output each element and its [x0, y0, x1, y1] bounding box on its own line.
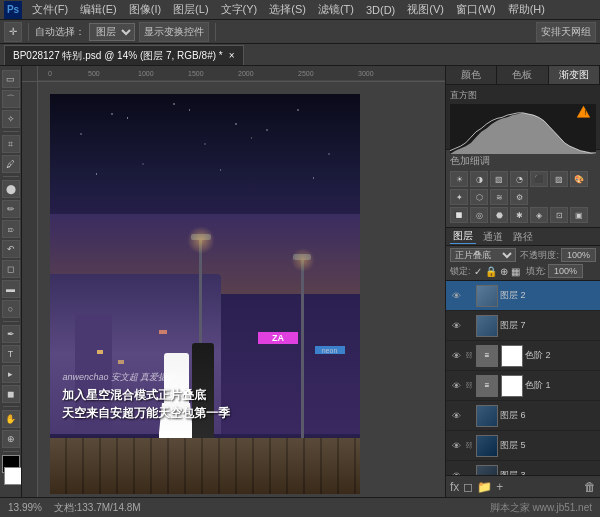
- adj-r4[interactable]: ✱: [510, 207, 528, 223]
- document-tab[interactable]: BP028127 特别.psd @ 14% (图层 7, RGB/8#) * ×: [4, 45, 244, 65]
- menu-view[interactable]: 视图(V): [405, 2, 446, 17]
- layer-item-colorlevel2[interactable]: 👁 ⛓ ≡ 色阶 2: [446, 341, 600, 371]
- adj-colorbalance[interactable]: ✦: [450, 189, 468, 205]
- layer-item-2[interactable]: 👁 图层 2: [446, 281, 600, 311]
- stamp-tool[interactable]: ⎄: [2, 220, 20, 238]
- dodge-tool[interactable]: ○: [2, 300, 20, 318]
- fill-input[interactable]: [548, 264, 583, 278]
- vertical-ruler: [22, 82, 38, 497]
- menu-select[interactable]: 选择(S): [267, 2, 308, 17]
- menu-help[interactable]: 帮助(H): [506, 2, 547, 17]
- layer-eye-7[interactable]: 👁: [450, 320, 462, 332]
- layers-tab-layers[interactable]: 图层: [450, 229, 476, 244]
- lock-art-btn[interactable]: ▦: [511, 266, 520, 277]
- layer-chain-cl1[interactable]: ⛓: [464, 380, 474, 392]
- adj-vibrance[interactable]: ▨: [550, 171, 568, 187]
- adj-r5[interactable]: ◈: [530, 207, 548, 223]
- add-mask-btn[interactable]: ◻: [463, 480, 473, 494]
- tab-swatches[interactable]: 色板: [497, 66, 548, 84]
- eyedropper-tool[interactable]: 🖊: [2, 155, 20, 173]
- canvas-area[interactable]: 0 500 1000 1500 2000 2500 3000: [22, 66, 445, 497]
- layer-eye-6[interactable]: 👁: [450, 410, 462, 422]
- layer-name-2: 图层 2: [500, 289, 594, 302]
- layers-tab-paths[interactable]: 路径: [510, 230, 536, 244]
- layer-chain-2: [464, 290, 474, 302]
- lasso-tool[interactable]: ⌒: [2, 90, 20, 108]
- heal-tool[interactable]: ⬤: [2, 180, 20, 198]
- delete-layer-btn[interactable]: 🗑: [584, 480, 596, 494]
- hand-tool[interactable]: ✋: [2, 410, 20, 428]
- new-group-btn[interactable]: 📁: [477, 480, 492, 494]
- window2: [118, 360, 124, 364]
- layer-eye-cl1[interactable]: 👁: [450, 380, 462, 392]
- adj-r3[interactable]: ⬣: [490, 207, 508, 223]
- layer-eye-cl2[interactable]: 👁: [450, 350, 462, 362]
- blend-mode-dropdown[interactable]: 正片叠底: [450, 248, 516, 262]
- layer-item-6[interactable]: 👁 图层 6: [446, 401, 600, 431]
- layers-controls: 正片叠底 不透明度: 锁定: ✓ 🔒 ⊕ ▦ 填充:: [446, 246, 600, 281]
- zoom-tool[interactable]: ⊕: [2, 430, 20, 448]
- gradient-tool[interactable]: ▬: [2, 280, 20, 298]
- menu-edit[interactable]: 编辑(E): [78, 2, 119, 17]
- adj-levels[interactable]: ▧: [490, 171, 508, 187]
- move-tool[interactable]: ✛: [4, 22, 22, 42]
- auto-select-dropdown[interactable]: 图层: [89, 23, 135, 41]
- path-select-tool[interactable]: ▸: [2, 365, 20, 383]
- opacity-input[interactable]: [561, 248, 596, 262]
- adj-gradient-map[interactable]: ≋: [490, 189, 508, 205]
- background-color[interactable]: [4, 467, 22, 485]
- adj-contrast[interactable]: ◑: [470, 171, 488, 187]
- layer-item-5[interactable]: 👁 ⛓ 图层 5: [446, 431, 600, 461]
- layer-eye-2[interactable]: 👁: [450, 290, 462, 302]
- add-style-btn[interactable]: fx: [450, 480, 459, 494]
- new-layer-btn[interactable]: +: [496, 480, 503, 494]
- layer-eye-5[interactable]: 👁: [450, 440, 462, 452]
- tab-gradient[interactable]: 渐变图: [549, 66, 600, 84]
- layer-chain-5[interactable]: ⛓: [464, 440, 474, 452]
- select-tool[interactable]: ▭: [2, 70, 20, 88]
- layer-thumb-cl2: ≡: [476, 345, 498, 367]
- magic-wand-tool[interactable]: ✧: [2, 110, 20, 128]
- pen-tool[interactable]: ✒: [2, 325, 20, 343]
- lock-pixels-btn[interactable]: ✓: [474, 266, 482, 277]
- arrange-group-btn[interactable]: 安排天网组: [536, 22, 596, 42]
- crop-tool[interactable]: ⌗: [2, 135, 20, 153]
- adj-hsl[interactable]: 🎨: [570, 171, 588, 187]
- menu-layer[interactable]: 图层(L): [171, 2, 210, 17]
- adj-r2[interactable]: ◎: [470, 207, 488, 223]
- eraser-tool[interactable]: ◻: [2, 260, 20, 278]
- sign-blue: neon: [315, 346, 345, 354]
- tab-color[interactable]: 颜色: [446, 66, 497, 84]
- layer-item-3[interactable]: 👁 图层 3: [446, 461, 600, 475]
- adjustment-icons-row2: 🔲 ◎ ⬣ ✱ ◈ ⊡ ▣: [450, 207, 596, 223]
- lock-all-btn[interactable]: ⊕: [500, 266, 508, 277]
- layer-chain-cl2[interactable]: ⛓: [464, 350, 474, 362]
- lock-pos-btn[interactable]: 🔒: [485, 266, 497, 277]
- adj-r6[interactable]: ⊡: [550, 207, 568, 223]
- menu-window[interactable]: 窗口(W): [454, 2, 498, 17]
- tab-close[interactable]: ×: [229, 50, 235, 61]
- adj-photo-filter[interactable]: ⬡: [470, 189, 488, 205]
- layers-tab-channels[interactable]: 通道: [480, 230, 506, 244]
- history-brush[interactable]: ↶: [2, 240, 20, 258]
- adj-curves[interactable]: ◔: [510, 171, 528, 187]
- adj-r1[interactable]: 🔲: [450, 207, 468, 223]
- show-transform-btn[interactable]: 显示变换控件: [139, 22, 209, 42]
- adj-exposure[interactable]: ⬛: [530, 171, 548, 187]
- adj-brightness[interactable]: ☀: [450, 171, 468, 187]
- shape-tool[interactable]: ◼: [2, 385, 20, 403]
- layer-item-7[interactable]: 👁 图层 7: [446, 311, 600, 341]
- menu-filter[interactable]: 滤镜(T): [316, 2, 356, 17]
- menu-image[interactable]: 图像(I): [127, 2, 163, 17]
- brush-tool[interactable]: ✏: [2, 200, 20, 218]
- tab-filename: BP028127 特别.psd @ 14% (图层 7, RGB/8#) *: [13, 49, 223, 63]
- layer-item-colorlevel1[interactable]: 👁 ⛓ ≡ 色阶 1: [446, 371, 600, 401]
- text-tool[interactable]: T: [2, 345, 20, 363]
- menu-text[interactable]: 文字(Y): [219, 2, 260, 17]
- menu-3d[interactable]: 3D(D): [364, 4, 397, 16]
- site-link: 脚本之家 www.jb51.net: [490, 501, 592, 515]
- adj-r7[interactable]: ▣: [570, 207, 588, 223]
- adj-more[interactable]: ⚙: [510, 189, 528, 205]
- menu-file[interactable]: 文件(F): [30, 2, 70, 17]
- layers-list[interactable]: 👁 图层 2 👁 图层 7 👁 ⛓ ≡: [446, 281, 600, 475]
